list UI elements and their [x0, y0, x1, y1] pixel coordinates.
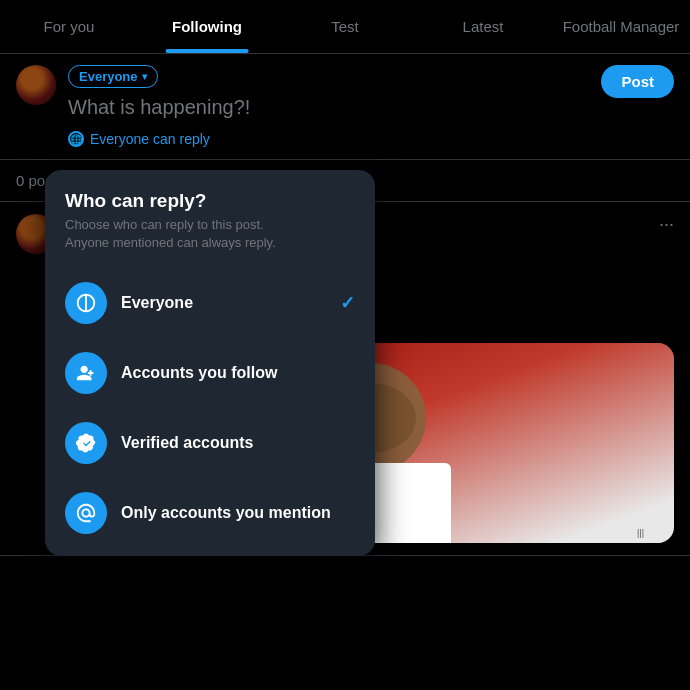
- tab-football-manager[interactable]: Football Manager: [552, 0, 690, 53]
- reply-option-everyone[interactable]: Everyone ✓: [45, 268, 375, 338]
- verified-icon: [65, 422, 107, 464]
- reply-label: Everyone can reply: [90, 131, 210, 147]
- top-nav: For you Following Test Latest Football M…: [0, 0, 690, 54]
- compose-footer: 🌐 Everyone can reply: [68, 131, 589, 147]
- compose-area: Everyone ▾ What is happening?! 🌐 Everyon…: [0, 53, 690, 160]
- compose-right: Everyone ▾ What is happening?! 🌐 Everyon…: [68, 65, 589, 147]
- dropdown-subtitle: Choose who can reply to this post.Anyone…: [45, 216, 375, 252]
- globe-icon: [65, 282, 107, 324]
- reply-option-mention[interactable]: Only accounts you mention: [45, 478, 375, 548]
- avatar: [16, 65, 56, 105]
- tab-for-you[interactable]: For you: [0, 0, 138, 53]
- mention-icon: [65, 492, 107, 534]
- compose-placeholder[interactable]: What is happening?!: [68, 96, 589, 119]
- verified-option-label: Verified accounts: [121, 434, 254, 452]
- tab-latest[interactable]: Latest: [414, 0, 552, 53]
- chevron-down-icon: ▾: [142, 71, 147, 82]
- reply-option-verified[interactable]: Verified accounts: [45, 408, 375, 478]
- everyone-button[interactable]: Everyone ▾: [68, 65, 158, 88]
- accounts-follow-label: Accounts you follow: [121, 364, 277, 382]
- globe-icon: 🌐: [68, 131, 84, 147]
- mention-option-label: Only accounts you mention: [121, 504, 331, 522]
- everyone-label: Everyone: [79, 69, 138, 84]
- reply-option-accounts-follow[interactable]: Accounts you follow: [45, 338, 375, 408]
- checkmark-icon: ✓: [340, 292, 355, 314]
- dropdown-title: Who can reply?: [45, 190, 375, 212]
- everyone-option-label: Everyone: [121, 294, 193, 312]
- more-options-button[interactable]: ···: [659, 214, 674, 235]
- person-follow-icon: [65, 352, 107, 394]
- who-can-reply-dropdown: Who can reply? Choose who can reply to t…: [45, 170, 375, 556]
- tab-test[interactable]: Test: [276, 0, 414, 53]
- post-button[interactable]: Post: [601, 65, 674, 98]
- tab-following[interactable]: Following: [138, 0, 276, 53]
